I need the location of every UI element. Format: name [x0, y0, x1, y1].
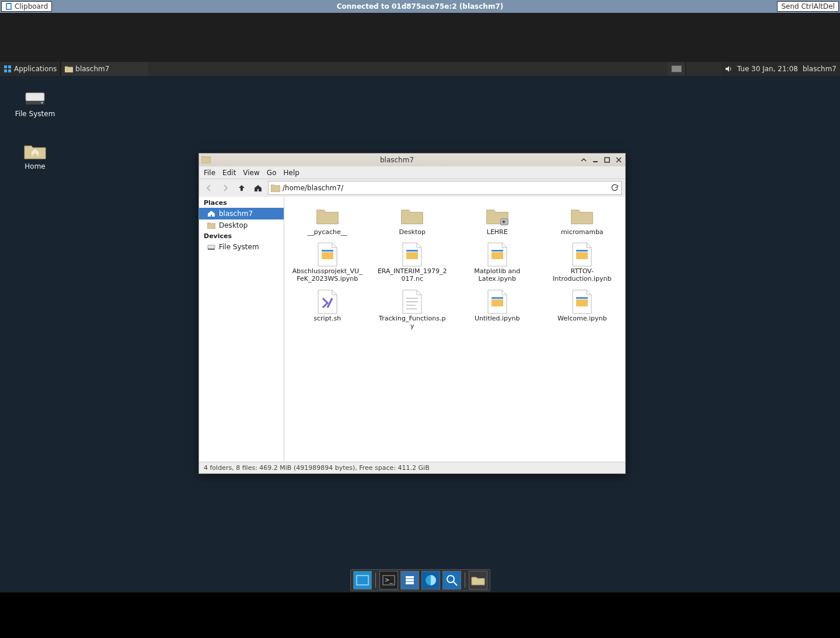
fm-window-buttons	[580, 156, 623, 164]
desktop-home-icon[interactable]: Home	[6, 141, 64, 170]
dock-search[interactable]	[442, 571, 461, 590]
fm-statusbar: 4 folders, 8 files: 469.2 MiB (491989894…	[199, 462, 625, 473]
taskbar-item-blaschm7[interactable]: blaschm7	[61, 62, 148, 76]
icon-grid: __pycache__DesktopLEHREmicromambaAbschlu…	[285, 201, 624, 332]
file-item[interactable]: Abschlussprojekt_VU_FeK_2023WS.ipynb	[285, 240, 370, 285]
workspace-indicator	[671, 65, 682, 72]
svg-rect-2	[4, 65, 7, 68]
svg-rect-11	[208, 245, 215, 249]
file-label: Untitled.ipynb	[462, 315, 532, 322]
nav-up-button[interactable]	[235, 182, 248, 194]
file-icon	[399, 243, 425, 266]
menu-help[interactable]: Help	[283, 169, 299, 177]
file-item[interactable]: ERA_INTERIM_1979_2017.nc	[371, 240, 455, 285]
fm-roll-button[interactable]	[580, 156, 588, 164]
nav-home-button[interactable]	[252, 182, 264, 194]
desktop-filesystem-icon[interactable]: File System	[6, 89, 64, 118]
fm-minimize-button[interactable]	[591, 156, 599, 164]
file-item[interactable]: RTTOV-Introduction.ipynb	[541, 240, 625, 285]
menu-edit[interactable]: Edit	[222, 169, 236, 177]
file-manager-window: blaschm7 File Edit View Go Hel	[198, 153, 626, 474]
send-ctrlaltdel-button[interactable]: Send CtrlAltDel	[777, 1, 839, 12]
nav-back-button[interactable]	[203, 182, 215, 194]
dock-show-desktop[interactable]	[353, 571, 372, 590]
menu-view[interactable]: View	[243, 169, 259, 177]
fm-title-folder-icon	[201, 155, 211, 165]
dock: >_	[350, 569, 490, 591]
svg-rect-19	[492, 250, 503, 252]
file-item[interactable]: micromamba	[541, 201, 625, 238]
task-label: blaschm7	[75, 65, 109, 73]
file-label: Matplotlib and Latex.ipynb	[462, 267, 532, 283]
reload-button[interactable]	[611, 184, 619, 192]
file-icon	[485, 243, 510, 266]
file-item[interactable]: Welcome.ipynb	[541, 288, 625, 332]
svg-rect-18	[492, 252, 503, 259]
dock-separator	[375, 573, 376, 588]
bottom-bar	[0, 592, 840, 638]
file-label: Tracking_Functions.py	[377, 315, 447, 330]
svg-rect-5	[8, 69, 11, 72]
svg-rect-20	[576, 252, 588, 259]
sidebar-item-label: File System	[219, 243, 259, 251]
fm-close-button[interactable]	[615, 156, 623, 164]
home-folder-icon	[23, 141, 47, 160]
dock-separator	[465, 573, 465, 588]
file-icon	[315, 243, 340, 266]
xfce-panel: Applications blaschm7 Tue 30 Jan, 21:08 …	[0, 62, 840, 76]
panel-spacer	[148, 62, 667, 76]
sidebar-item-desktop[interactable]: Desktop	[199, 219, 284, 231]
svg-rect-35	[406, 582, 414, 584]
clipboard-label: Clipboard	[15, 2, 48, 11]
file-icon	[315, 290, 340, 313]
menu-go[interactable]: Go	[267, 169, 277, 177]
fm-titlebar[interactable]: blaschm7	[199, 154, 625, 166]
vnc-bar: Clipboard Connected to 01d875ace75e:2 (b…	[0, 0, 840, 13]
file-item[interactable]: LEHRE	[455, 201, 539, 238]
file-label: script.sh	[292, 315, 363, 322]
clipboard-button[interactable]: Clipboard	[1, 1, 52, 12]
file-item[interactable]: Matplotlib and Latex.ipynb	[455, 240, 539, 285]
file-label: Abschlussprojekt_VU_FeK_2023WS.ipynb	[292, 267, 363, 283]
path-entry[interactable]: /home/blaschm7/	[268, 181, 622, 195]
sidebar-item-label: Desktop	[219, 221, 248, 229]
sidebar-places-heading: Places	[199, 198, 284, 208]
panel-datetime[interactable]: Tue 30 Jan, 21:08	[737, 65, 798, 73]
svg-rect-21	[576, 250, 588, 252]
sidebar-item-filesystem[interactable]: File System	[199, 241, 284, 253]
workspace-block[interactable]	[668, 62, 686, 76]
svg-rect-33	[406, 576, 414, 578]
sidebar-item-home[interactable]: blaschm7	[199, 208, 284, 219]
fm-sidebar: Places blaschm7 Desktop Devices	[199, 197, 284, 462]
cad-label: Send CtrlAltDel	[781, 2, 835, 11]
fm-toolbar: /home/blaschm7/	[199, 179, 625, 197]
fm-maximize-button[interactable]	[603, 156, 611, 164]
nav-forward-button[interactable]	[219, 182, 232, 194]
dock-terminal[interactable]: >_	[379, 571, 398, 590]
file-icon	[399, 290, 425, 313]
folder-icon	[207, 222, 215, 229]
applications-menu-button[interactable]: Applications	[0, 62, 61, 76]
fm-content[interactable]: __pycache__DesktopLEHREmicromambaAbschlu…	[284, 197, 625, 462]
file-item[interactable]: script.sh	[285, 288, 370, 332]
dock-folder[interactable]	[469, 571, 487, 590]
dock-browser[interactable]	[421, 571, 440, 590]
dock-files[interactable]	[400, 571, 419, 590]
svg-rect-16	[406, 252, 418, 259]
file-item[interactable]: Untitled.ipynb	[455, 288, 539, 332]
panel-user[interactable]: blaschm7	[803, 65, 836, 73]
apps-icon	[4, 65, 12, 73]
svg-rect-15	[322, 250, 333, 252]
svg-rect-27	[492, 297, 503, 299]
file-item[interactable]: Desktop	[371, 201, 455, 238]
svg-point-8	[41, 102, 43, 104]
svg-line-38	[454, 582, 457, 585]
sound-icon[interactable]	[724, 65, 733, 73]
panel-right: Tue 30 Jan, 21:08 blaschm7	[721, 62, 840, 76]
folder-icon	[65, 65, 73, 72]
svg-rect-10	[605, 158, 609, 162]
file-label: __pycache__	[292, 228, 363, 236]
file-item[interactable]: Tracking_Functions.py	[371, 288, 455, 332]
file-item[interactable]: __pycache__	[285, 201, 370, 238]
menu-file[interactable]: File	[204, 169, 215, 177]
